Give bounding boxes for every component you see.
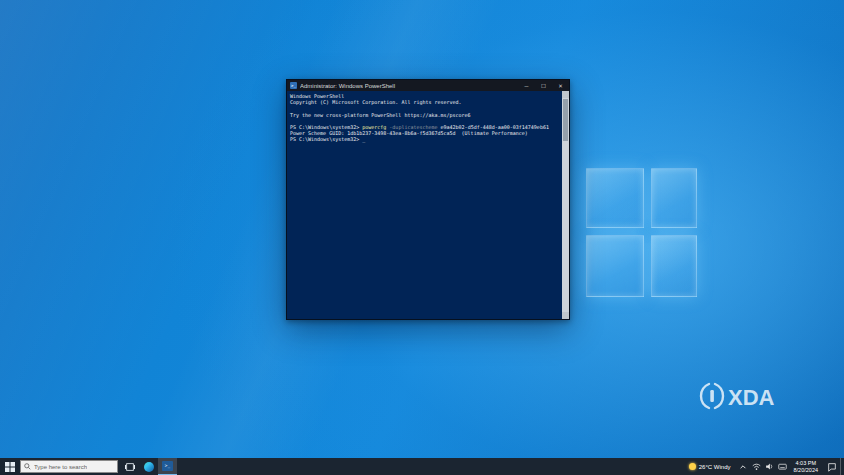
- action-center-button[interactable]: [823, 458, 840, 475]
- window-title: Administrator: Windows PowerShell: [300, 83, 518, 89]
- volume-button[interactable]: [763, 458, 776, 475]
- windows-logo-pane: [586, 235, 644, 297]
- windows-start-icon: [5, 462, 15, 472]
- news-and-interests[interactable]: 26°C Windy: [683, 458, 737, 475]
- terminal-scrollbar[interactable]: [562, 91, 569, 319]
- show-desktop-button[interactable]: [840, 458, 844, 475]
- clock-date: 8/20/2024: [794, 467, 818, 473]
- task-view-button[interactable]: [120, 458, 139, 475]
- xda-logo-icon: XDA: [698, 381, 790, 411]
- minimize-button[interactable]: ─: [518, 80, 535, 91]
- weather-sun-icon: [689, 463, 696, 470]
- task-view-icon: [125, 462, 135, 472]
- terminal-area: Windows PowerShellCopyright (C) Microsof…: [287, 91, 569, 319]
- search-placeholder: Type here to search: [34, 464, 87, 470]
- taskbar-powershell-button[interactable]: >_: [158, 458, 177, 475]
- terminal-body[interactable]: Windows PowerShellCopyright (C) Microsof…: [287, 91, 562, 319]
- weather-text: 26°C Windy: [699, 464, 731, 470]
- language-indicator-button[interactable]: [776, 458, 789, 475]
- scrollbar-up-arrow-icon[interactable]: [562, 91, 569, 98]
- taskbar-apps: >_: [120, 458, 177, 475]
- show-hidden-icons-button[interactable]: [737, 458, 750, 475]
- volume-icon: [765, 462, 774, 471]
- network-status-button[interactable]: [750, 458, 763, 475]
- close-button[interactable]: ✕: [552, 80, 569, 91]
- start-button[interactable]: [0, 458, 20, 475]
- search-icon: [24, 463, 31, 470]
- system-tray: 26°C Windy: [683, 458, 844, 475]
- xda-watermark: XDA: [698, 381, 790, 415]
- windows-logo-pane: [651, 168, 697, 228]
- action-center-icon: [827, 462, 837, 472]
- window-titlebar[interactable]: >_ Administrator: Windows PowerShell ─ ☐…: [287, 80, 569, 91]
- windows-logo-pane: [586, 168, 644, 228]
- window-controls: ─ ☐ ✕: [518, 80, 569, 91]
- edge-icon: [144, 462, 154, 472]
- clock-time: 4:03 PM: [794, 460, 818, 466]
- scrollbar-thumb[interactable]: [563, 99, 568, 141]
- powershell-icon: >_: [162, 461, 173, 471]
- xda-watermark-text: XDA: [728, 385, 775, 410]
- scrollbar-down-arrow-icon[interactable]: [562, 312, 569, 319]
- keyboard-icon: [778, 462, 787, 471]
- terminal-line: PS C:\Windows\system32> _: [290, 136, 562, 142]
- network-icon: [752, 462, 761, 471]
- wallpaper-windows-logo: [586, 168, 697, 297]
- powershell-titlebar-icon: >_: [290, 82, 297, 89]
- windows-logo-pane: [651, 235, 697, 297]
- maximize-button[interactable]: ☐: [535, 80, 552, 91]
- powershell-window: >_ Administrator: Windows PowerShell ─ ☐…: [286, 79, 570, 320]
- taskbar: Type here to search >_ 26°C Windy: [0, 458, 844, 475]
- taskbar-search[interactable]: Type here to search: [20, 460, 118, 473]
- taskbar-edge-button[interactable]: [139, 458, 158, 475]
- chevron-up-icon: [739, 463, 747, 471]
- taskbar-clock[interactable]: 4:03 PM 8/20/2024: [789, 460, 823, 472]
